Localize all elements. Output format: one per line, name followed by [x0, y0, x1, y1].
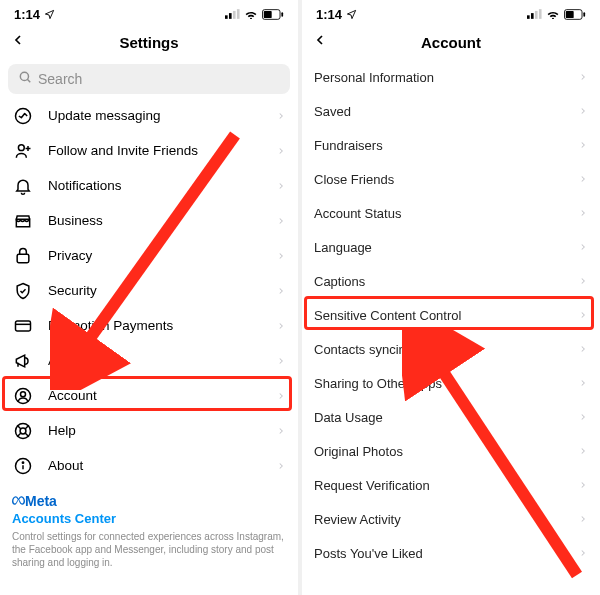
account-row[interactable]: Sharing to Other Apps	[302, 366, 600, 400]
chevron-right-icon	[578, 102, 588, 120]
back-button[interactable]	[10, 32, 26, 52]
svg-line-21	[25, 425, 29, 429]
battery-icon	[564, 9, 586, 20]
settings-row-help[interactable]: Help	[0, 413, 298, 448]
row-label: Sharing to Other Apps	[314, 376, 578, 391]
settings-row-card[interactable]: Promotion Payments	[0, 308, 298, 343]
svg-line-8	[27, 79, 30, 82]
search-placeholder: Search	[38, 71, 82, 87]
status-time: 1:14	[14, 7, 40, 22]
chevron-right-icon	[578, 510, 588, 528]
row-label: Original Photos	[314, 444, 578, 459]
row-label: Promotion Payments	[48, 318, 276, 333]
row-label: Ads	[48, 353, 276, 368]
bell-icon	[12, 175, 34, 197]
location-icon	[44, 9, 55, 20]
account-row[interactable]: Data Usage	[302, 400, 600, 434]
svg-line-22	[17, 433, 21, 437]
accounts-center-section[interactable]: Meta Accounts Center Control settings fo…	[0, 483, 298, 573]
account-row[interactable]: Request Verification	[302, 468, 600, 502]
settings-row-shield[interactable]: Security	[0, 273, 298, 308]
account-row[interactable]: Close Friends	[302, 162, 600, 196]
chevron-right-icon	[276, 317, 286, 335]
nav-header: Account	[302, 24, 600, 60]
settings-row-account[interactable]: Account	[0, 378, 298, 413]
row-label: Saved	[314, 104, 578, 119]
chevron-right-icon	[578, 136, 588, 154]
row-label: Captions	[314, 274, 578, 289]
settings-row-bell[interactable]: Notifications	[0, 168, 298, 203]
settings-row-about[interactable]: About	[0, 448, 298, 483]
chevron-right-icon	[578, 442, 588, 460]
svg-line-23	[25, 433, 29, 437]
status-bar: 1:14	[0, 0, 298, 24]
row-label: Data Usage	[314, 410, 578, 425]
chevron-right-icon	[276, 352, 286, 370]
row-label: Security	[48, 283, 276, 298]
nav-header: Settings	[0, 24, 298, 60]
account-row[interactable]: Fundraisers	[302, 128, 600, 162]
account-row[interactable]: Captions	[302, 264, 600, 298]
accounts-center-link[interactable]: Accounts Center	[12, 511, 286, 526]
account-row[interactable]: Personal Information	[302, 60, 600, 94]
svg-rect-35	[583, 12, 585, 16]
page-title: Settings	[119, 34, 178, 51]
account-row[interactable]: Contacts syncing	[302, 332, 600, 366]
svg-rect-13	[17, 254, 29, 262]
chevron-right-icon	[578, 408, 588, 426]
svg-point-19	[20, 428, 26, 434]
search-icon	[18, 70, 32, 88]
chevron-right-icon	[578, 544, 588, 562]
settings-row-ads[interactable]: Ads	[0, 343, 298, 378]
chevron-right-icon	[276, 177, 286, 195]
chevron-right-icon	[276, 457, 286, 475]
chevron-right-icon	[276, 387, 286, 405]
status-time: 1:14	[316, 7, 342, 22]
chevron-right-icon	[276, 247, 286, 265]
row-label: Sensitive Content Control	[314, 308, 578, 323]
row-label: Privacy	[48, 248, 276, 263]
account-row[interactable]: Language	[302, 230, 600, 264]
svg-line-20	[17, 425, 21, 429]
svg-rect-34	[566, 10, 574, 17]
shield-icon	[12, 280, 34, 302]
row-label: Account Status	[314, 206, 578, 221]
battery-icon	[262, 9, 284, 20]
account-row[interactable]: Posts You've Liked	[302, 536, 600, 570]
row-label: Business	[48, 213, 276, 228]
cellular-icon	[225, 9, 240, 19]
svg-rect-32	[539, 9, 542, 19]
row-label: Follow and Invite Friends	[48, 143, 276, 158]
accounts-center-desc: Control settings for connected experienc…	[12, 530, 286, 569]
wifi-icon	[546, 9, 560, 19]
svg-rect-29	[527, 15, 530, 19]
chevron-right-icon	[578, 340, 588, 358]
account-screen: 1:14 Account Personal InformationSavedFu…	[302, 0, 600, 595]
account-row[interactable]: Saved	[302, 94, 600, 128]
settings-row-messaging[interactable]: Update messaging	[0, 98, 298, 133]
settings-row-lock[interactable]: Privacy	[0, 238, 298, 273]
svg-rect-2	[233, 11, 236, 19]
settings-row-invite[interactable]: Follow and Invite Friends	[0, 133, 298, 168]
messaging-icon	[12, 105, 34, 127]
about-icon	[12, 455, 34, 477]
account-row[interactable]: Sensitive Content Control	[302, 298, 600, 332]
help-icon	[12, 420, 34, 442]
account-row[interactable]: Account Status	[302, 196, 600, 230]
chevron-right-icon	[578, 374, 588, 392]
back-button[interactable]	[312, 32, 328, 52]
invite-icon	[12, 140, 34, 162]
svg-rect-5	[264, 10, 272, 17]
search-input[interactable]: Search	[8, 64, 290, 94]
row-label: Review Activity	[314, 512, 578, 527]
chevron-right-icon	[578, 204, 588, 222]
row-label: Fundraisers	[314, 138, 578, 153]
account-row[interactable]: Original Photos	[302, 434, 600, 468]
account-row[interactable]: Review Activity	[302, 502, 600, 536]
row-label: Notifications	[48, 178, 276, 193]
row-label: Help	[48, 423, 276, 438]
chevron-right-icon	[276, 422, 286, 440]
svg-point-10	[18, 144, 24, 150]
settings-row-business[interactable]: Business	[0, 203, 298, 238]
account-icon	[12, 385, 34, 407]
